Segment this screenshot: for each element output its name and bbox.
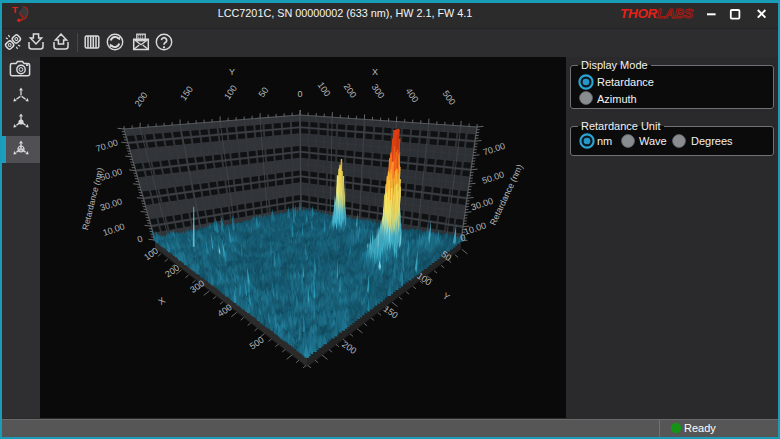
svg-text:Y: Y: [229, 67, 235, 77]
svg-text:10.00: 10.00: [463, 220, 488, 236]
svg-text:30.00: 30.00: [99, 196, 124, 212]
svg-text:0: 0: [136, 234, 144, 245]
svg-text:200: 200: [133, 90, 150, 108]
svg-text:400: 400: [404, 86, 421, 104]
svg-text:30.00: 30.00: [470, 196, 495, 212]
svg-text:500: 500: [248, 335, 266, 352]
svg-text:70.00: 70.00: [482, 141, 507, 157]
svg-text:150: 150: [178, 84, 195, 102]
svg-text:70.00: 70.00: [95, 137, 120, 153]
svg-text:500: 500: [441, 89, 458, 107]
svg-text:100: 100: [222, 83, 239, 101]
svg-text:0: 0: [297, 89, 302, 99]
svg-text:300: 300: [370, 82, 387, 100]
svg-text:100: 100: [316, 80, 333, 98]
svg-text:Retardance (nm): Retardance (nm): [80, 166, 105, 230]
svg-text:200: 200: [342, 82, 359, 100]
svg-text:X: X: [372, 67, 378, 77]
svg-text:50.00: 50.00: [481, 169, 506, 185]
svg-text:10.00: 10.00: [101, 221, 126, 237]
svg-text:50: 50: [257, 85, 271, 99]
svg-text:Y: Y: [441, 291, 452, 303]
svg-text:X: X: [156, 295, 167, 307]
svg-text:200: 200: [340, 339, 358, 356]
